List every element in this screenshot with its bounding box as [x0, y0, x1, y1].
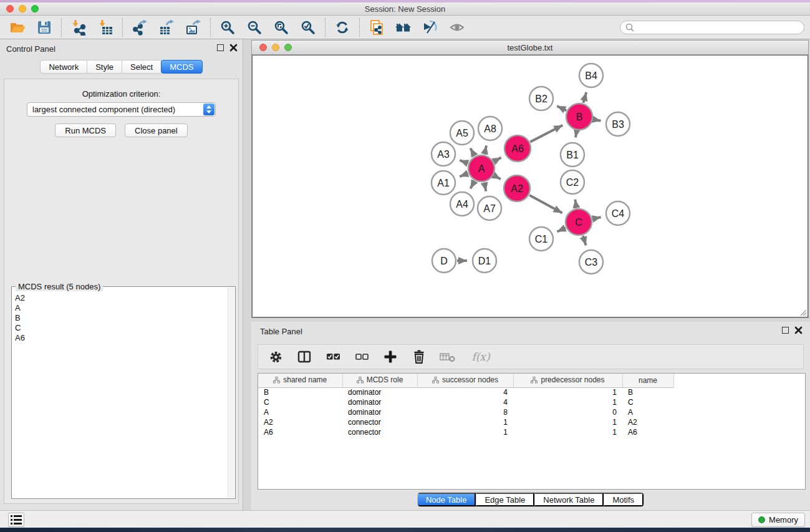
graph-node-B[interactable]: B [566, 104, 592, 130]
network-canvas[interactable]: B4B2BB3A8A5A6A3B1AA1C2A2A4A7C4CC1C3DD1 [252, 55, 808, 317]
tab-select[interactable]: Select [122, 60, 162, 74]
result-scrollbar[interactable] [228, 288, 234, 498]
graph-node-C2[interactable]: C2 [561, 170, 584, 194]
add-column-button[interactable] [381, 347, 400, 366]
split-view-button[interactable] [295, 347, 314, 366]
zoom-in-button[interactable] [216, 17, 239, 37]
tab-node-table[interactable]: Node Table [418, 493, 476, 506]
criterion-select[interactable]: largest connected component (directed) [27, 102, 216, 117]
tab-motifs[interactable]: Motifs [604, 493, 644, 506]
save-session-button[interactable] [33, 17, 55, 37]
close-mcds-panel-button[interactable]: Close panel [125, 123, 188, 137]
list-item[interactable]: A [15, 303, 227, 313]
graph-node-A3[interactable]: A3 [432, 142, 455, 166]
search-input[interactable] [637, 23, 793, 32]
network-from-file-button[interactable] [365, 17, 388, 37]
graph-node-B3[interactable]: B3 [606, 112, 630, 136]
table-row[interactable]: Bdominator 41 B [258, 387, 673, 397]
table-row[interactable]: Cdominator 41 C [258, 397, 673, 407]
delete-column-button[interactable] [410, 347, 428, 366]
graph-node-D1[interactable]: D1 [473, 249, 496, 273]
graph-edge-A-A6[interactable] [494, 158, 501, 162]
export-network-button[interactable] [128, 17, 151, 37]
tab-mcds[interactable]: MCDS [161, 60, 202, 74]
search-field[interactable] [620, 21, 804, 34]
run-mcds-button[interactable]: Run MCDS [55, 123, 116, 137]
graph-node-C1[interactable]: C1 [529, 227, 553, 251]
graph-node-A4[interactable]: A4 [450, 192, 474, 216]
graph-node-B4[interactable]: B4 [579, 64, 603, 87]
zoom-selected-button[interactable] [297, 17, 319, 37]
table-settings-button[interactable] [266, 347, 285, 366]
export-image-button[interactable] [182, 17, 205, 37]
graph-edge-A6-B[interactable] [530, 125, 562, 142]
import-network-button[interactable] [67, 17, 90, 37]
task-history-button[interactable] [8, 513, 24, 527]
graph-node-A6[interactable]: A6 [504, 135, 531, 162]
graph-node-A7[interactable]: A7 [478, 196, 501, 220]
function-builder-button[interactable]: f(x) [467, 347, 494, 366]
graph-node-A5[interactable]: A5 [450, 121, 474, 145]
graph-edge-C-C4[interactable] [593, 217, 601, 219]
column-header-successor-nodes[interactable]: successor nodes [417, 374, 513, 387]
select-all-button[interactable] [324, 347, 342, 366]
table-row[interactable]: Adominator 80 A [258, 407, 673, 417]
column-header-name[interactable]: name [622, 374, 673, 387]
graph-edge-B-B2[interactable] [557, 106, 566, 110]
memory-button[interactable]: Memory [751, 513, 805, 527]
float-table-panel-button[interactable] [782, 327, 789, 334]
tab-network[interactable]: Network [40, 60, 87, 74]
float-panel-button[interactable] [217, 44, 224, 51]
resize-grip-icon[interactable] [798, 307, 807, 316]
column-header-predecessor-nodes[interactable]: predecessor nodes [513, 374, 622, 387]
graph-edge-B-B3[interactable] [594, 119, 601, 120]
graph-edge-C-C1[interactable] [557, 228, 566, 231]
graph-edge-C-C2[interactable] [575, 200, 576, 208]
graph-edge-A-A2[interactable] [494, 175, 501, 179]
delete-table-button[interactable] [438, 347, 457, 366]
open-browser-button[interactable] [392, 17, 415, 37]
tab-network-table[interactable]: Network Table [534, 493, 604, 506]
graph-node-C[interactable]: C [566, 209, 592, 235]
zoom-fit-button[interactable] [270, 17, 292, 37]
list-item[interactable]: B [15, 313, 227, 323]
graph-node-D[interactable]: D [432, 249, 456, 273]
graph-node-A8[interactable]: A8 [478, 117, 502, 140]
graph-node-A2[interactable]: A2 [504, 175, 530, 201]
open-session-button[interactable] [6, 17, 29, 37]
graph-edge-A-A4[interactable] [470, 181, 475, 188]
tab-edge-table[interactable]: Edge Table [476, 493, 534, 506]
mcds-result-list[interactable]: A2 A B C A6 [12, 288, 227, 498]
zoom-out-button[interactable] [243, 17, 266, 37]
graph-edge-A-A8[interactable] [485, 145, 486, 154]
column-header-shared-name[interactable]: shared name [258, 374, 342, 387]
graph-edge-B-B1[interactable] [576, 131, 577, 138]
graph-edge-A-A7[interactable] [485, 183, 486, 191]
node-table[interactable]: shared name MCDS role successor nodes pr… [258, 373, 806, 490]
graph-node-C3[interactable]: C3 [579, 250, 603, 274]
unselect-all-button[interactable] [352, 347, 371, 366]
graph-edge-B-B4[interactable] [583, 92, 586, 103]
table-row[interactable]: A2connector 11 A2 [258, 417, 673, 427]
graph-edge-A-A1[interactable] [460, 173, 468, 177]
graph-edge-A2-C[interactable] [529, 195, 562, 213]
graph-edge-A-A5[interactable] [470, 148, 475, 156]
graph-node-B1[interactable]: B1 [561, 143, 584, 167]
graph-node-A1[interactable]: A1 [432, 171, 455, 195]
graph-edge-C-C3[interactable] [583, 236, 586, 245]
tab-style[interactable]: Style [87, 60, 122, 74]
table-row[interactable]: A6connector 11 A6 [258, 427, 673, 437]
hide-graphics-details-button[interactable] [419, 17, 441, 37]
column-header-mcds-role[interactable]: MCDS role [342, 374, 417, 387]
import-table-button[interactable] [94, 17, 117, 37]
show-graphics-details-button[interactable] [446, 17, 468, 37]
close-table-panel-button[interactable] [794, 326, 803, 334]
list-item[interactable]: C [15, 323, 227, 333]
list-item[interactable]: A2 [15, 293, 227, 303]
graph-node-C4[interactable]: C4 [606, 201, 630, 225]
export-table-button[interactable] [155, 17, 178, 37]
graph-edge-A-A3[interactable] [460, 160, 468, 163]
list-item[interactable]: A6 [15, 333, 227, 343]
refresh-view-button[interactable] [331, 17, 354, 37]
close-panel-button[interactable] [229, 44, 238, 52]
